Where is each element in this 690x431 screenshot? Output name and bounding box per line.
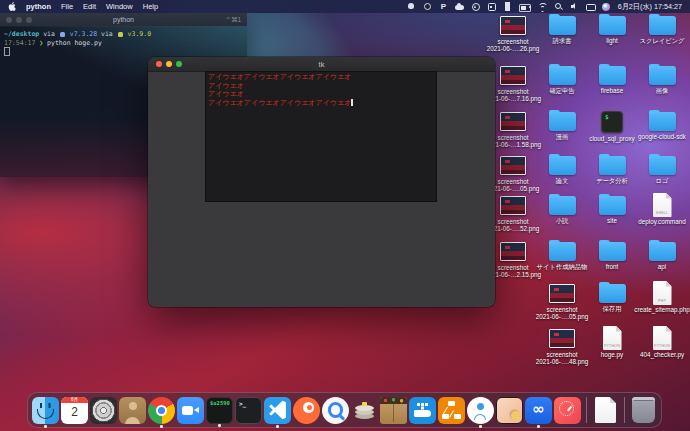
desktop-icon-論文[interactable]: 論文	[534, 152, 590, 184]
text-document-icon[interactable]	[595, 397, 616, 423]
chrome-icon[interactable]	[148, 397, 175, 424]
exec-icon[interactable]	[601, 111, 623, 133]
bluetooth-icon[interactable]	[503, 2, 512, 11]
folder-icon[interactable]	[599, 284, 626, 303]
desktop-icon-site[interactable]: site	[584, 192, 640, 224]
terminal-titlebar[interactable]: python ⌃⌘1	[0, 13, 247, 27]
desktop-icon-screenshot[interactable]: screenshot2021-06-….05.png	[534, 280, 590, 321]
folder-icon[interactable]	[599, 156, 626, 175]
window-status-icon[interactable]	[487, 2, 496, 11]
desktop-icon-screenshot[interactable]: screenshot2021-06-….26.png	[485, 12, 541, 53]
record-circle-icon[interactable]	[423, 2, 432, 11]
image-icon[interactable]	[549, 329, 575, 348]
image-icon[interactable]	[500, 242, 526, 261]
infinity-app-icon[interactable]	[525, 397, 552, 424]
menu-item-window[interactable]: Window	[106, 2, 133, 11]
desktop-icon-データ分析[interactable]: データ分析	[584, 152, 640, 184]
vscode-icon[interactable]	[264, 397, 291, 424]
zoom-icon[interactable]	[177, 397, 204, 424]
window-traffic-lights[interactable]	[6, 17, 32, 23]
doc-icon[interactable]: SHELL	[653, 193, 672, 217]
image-icon[interactable]	[500, 112, 526, 131]
finder-icon[interactable]	[32, 397, 59, 424]
desktop-icon-画像[interactable]: 画像	[634, 62, 690, 94]
folder-icon[interactable]	[549, 242, 576, 261]
folder-icon[interactable]	[549, 196, 576, 215]
tk-window[interactable]: tk アイウエオアイウエオアイウエオアイウエオアイウエオアイウエオアイウエオアイ…	[148, 57, 495, 307]
folder-icon[interactable]	[549, 156, 576, 175]
active-app-menu[interactable]: python	[26, 2, 51, 11]
p-status-icon[interactable]	[439, 2, 448, 11]
image-icon[interactable]	[500, 156, 526, 175]
desktop-icon-ロゴ[interactable]: ロゴ	[634, 152, 690, 184]
trash-icon[interactable]	[632, 397, 655, 423]
folder-icon[interactable]	[649, 112, 676, 131]
desktop-icon-api[interactable]: api	[634, 238, 690, 270]
system-preferences-icon[interactable]	[90, 397, 117, 424]
folder-icon[interactable]	[549, 112, 576, 131]
display-icon[interactable]	[586, 2, 595, 11]
desktop-icon-cloud_sql_proxy[interactable]: cloud_sql_proxy	[584, 108, 640, 142]
menu-item-file[interactable]: File	[61, 2, 73, 11]
siri-icon[interactable]	[602, 2, 611, 11]
quicktime-icon[interactable]	[322, 397, 349, 424]
menu-item-help[interactable]: Help	[143, 2, 158, 11]
paper-bag-icon[interactable]	[380, 397, 407, 424]
image-icon[interactable]	[549, 284, 575, 303]
desktop-icon-hoge.py[interactable]: PYTHONhoge.py	[584, 325, 640, 358]
folder-icon[interactable]	[649, 242, 676, 261]
desktop-icon-front[interactable]: front	[584, 238, 640, 270]
desktop-icon-deploy.command[interactable]: SHELLdeploy.command	[634, 192, 690, 225]
green-prompt-terminal-icon[interactable]	[206, 397, 233, 424]
calendar-icon[interactable]: 6月2	[61, 397, 88, 424]
folder-icon[interactable]	[649, 66, 676, 85]
desktop-icon-サイト作成納品物[interactable]: サイト作成納品物	[534, 238, 590, 270]
doc-icon[interactable]: PYTHON	[653, 326, 672, 350]
address-book-icon[interactable]	[119, 397, 146, 424]
desktop-icon-小説[interactable]: 小説	[534, 192, 590, 224]
dot-clock-icon[interactable]	[554, 397, 581, 424]
folder-icon[interactable]	[549, 16, 576, 35]
desktop-icon-light[interactable]: light	[584, 12, 640, 44]
folder-icon[interactable]	[599, 16, 626, 35]
hand-icon[interactable]	[407, 2, 416, 11]
postman-icon[interactable]	[293, 397, 320, 424]
desktop-icon-漫画[interactable]: 漫画	[534, 108, 590, 140]
menu-bar-clock[interactable]: 6月2日(水) 17:54:27	[618, 2, 682, 12]
pancake-database-icon[interactable]	[351, 397, 378, 424]
doc-icon[interactable]: PYTHON	[603, 326, 622, 350]
folder-icon[interactable]	[599, 66, 626, 85]
diagram-nodes-icon[interactable]	[438, 397, 465, 424]
folder-icon[interactable]	[649, 156, 676, 175]
folder-icon[interactable]	[599, 196, 626, 215]
folder-icon[interactable]	[549, 66, 576, 85]
peach-app-icon[interactable]	[496, 397, 523, 424]
sync-icon[interactable]	[471, 2, 480, 11]
minimize-button[interactable]	[166, 61, 172, 67]
desktop-icon-保存用[interactable]: 保存用	[584, 280, 640, 312]
desktop-icon-firebase[interactable]: firebase	[584, 62, 640, 94]
desktop-icon-create_sitemap.php[interactable]: PHPcreate_sitemap.php	[634, 280, 690, 313]
wifi-icon[interactable]	[538, 2, 547, 11]
close-button[interactable]	[156, 61, 162, 67]
desktop-icon-スクレイピング[interactable]: スクレイピング	[634, 12, 690, 44]
apple-menu-icon[interactable]	[8, 2, 16, 11]
person-circle-icon[interactable]	[467, 397, 494, 424]
desktop-icon-請求書[interactable]: 請求書	[534, 12, 590, 44]
desktop-icon-確定申告[interactable]: 確定申告	[534, 62, 590, 94]
terminal-icon[interactable]	[235, 397, 262, 424]
image-icon[interactable]	[500, 16, 526, 35]
folder-icon[interactable]	[599, 242, 626, 261]
tk-titlebar[interactable]: tk	[148, 57, 495, 72]
battery-icon[interactable]	[519, 2, 531, 11]
image-icon[interactable]	[500, 196, 526, 215]
spotlight-icon[interactable]	[554, 2, 563, 11]
desktop-icon-404_checker.py[interactable]: PYTHON404_checker.py	[634, 325, 690, 358]
image-icon[interactable]	[500, 66, 526, 85]
terminal-output[interactable]: ~/desktop via v7.3.28 via v3.9.0 17:54:1…	[0, 27, 247, 61]
tk-text-widget[interactable]: アイウエオアイウエオアイウエオアイウエオアイウエオアイウエオアイウエオアイウエオ…	[205, 71, 437, 202]
cloud-icon[interactable]	[455, 2, 464, 11]
doc-icon[interactable]: PHP	[653, 281, 672, 305]
desktop-icon-google-cloud-sdk[interactable]: google-cloud-sdk	[634, 108, 690, 140]
docker-icon[interactable]	[409, 397, 436, 424]
